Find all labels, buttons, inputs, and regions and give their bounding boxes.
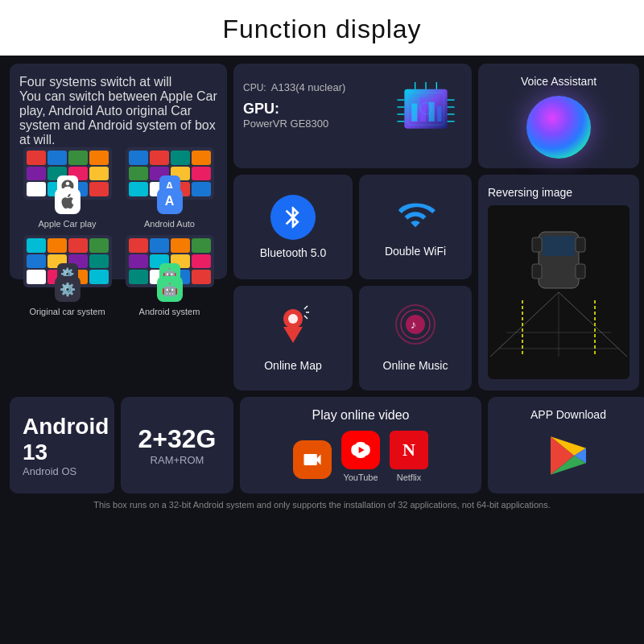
system-item-carplay: Apple Car play [19, 147, 115, 229]
cpu-cell: CPU: A133(4 nuclear) GPU: PowerVR GE8300 [233, 64, 472, 168]
gpu-label: GPU: [243, 101, 383, 118]
youtube-icon [341, 431, 380, 469]
voice-label: Voice Assistant [521, 75, 597, 88]
android-auto-label: Android Auto [144, 219, 195, 229]
video-title: Play online video [312, 408, 410, 423]
ram-cell: 2+32G RAM+ROM [121, 397, 233, 493]
svg-rect-26 [532, 237, 542, 252]
bottom-section: Android 13 Android OS 2+32G RAM+ROM Play… [0, 390, 644, 493]
carplay-badge [55, 188, 80, 214]
netflix-label: Netflix [397, 473, 422, 482]
svg-rect-14 [420, 97, 426, 121]
main-grid: Four systems switch at will You can swit… [0, 56, 644, 390]
system-item-android-auto: A A Android Auto [122, 147, 217, 229]
footer-note: This box runs on a 32-bit Android system… [0, 493, 644, 519]
car-system-badge: ⚙️ [55, 276, 80, 302]
svg-rect-27 [576, 237, 585, 252]
system-item-car-system: ⚙️ ⚙️ Original car system [19, 235, 115, 316]
svg-rect-16 [437, 106, 441, 122]
page-wrapper: Function display Four systems switch at … [0, 0, 644, 644]
wifi-cell: Double WiFi [359, 175, 472, 279]
gpu-model: PowerVR GE8300 [243, 118, 383, 130]
android-badge: 🤖 [157, 276, 183, 302]
video-app-netflix: N Netflix [390, 431, 428, 482]
svg-rect-15 [429, 102, 435, 122]
cpu-model: A133(4 nuclear) [271, 81, 346, 93]
music-label: Online Music [383, 359, 448, 372]
ram-subtitle: RAM+ROM [151, 454, 204, 466]
cam-icon [293, 440, 332, 479]
cpu-label: CPU: A133(4 nuclear) [243, 75, 383, 96]
android13-title: Android 13 [23, 414, 109, 465]
reversing-image [488, 205, 630, 379]
bluetooth-label: Bluetooth 5.0 [260, 246, 327, 259]
system-item-android: 🤖 🤖 Android system [122, 235, 217, 316]
svg-line-37 [304, 316, 308, 319]
svg-rect-28 [532, 264, 542, 279]
systems-cell: Four systems switch at will You can swit… [10, 64, 227, 279]
page-title: Function display [0, 0, 644, 56]
siri-ball-icon [526, 96, 591, 159]
map-icon [277, 304, 309, 353]
systems-desc: You can switch between Apple Car play, A… [19, 89, 217, 147]
svg-text:♪: ♪ [411, 318, 416, 331]
app-download-label: APP Download [530, 408, 606, 421]
svg-rect-13 [411, 104, 417, 122]
android13-cell: Android 13 Android OS [10, 397, 114, 493]
video-apps: YouTube N Netflix [293, 431, 428, 482]
android-label: Android system [139, 307, 200, 316]
wifi-icon [394, 196, 436, 238]
systems-icons: Apple Car play [19, 147, 217, 316]
bluetooth-icon [270, 195, 316, 240]
reversing-cell: Reversing image [478, 175, 639, 390]
svg-marker-34 [283, 327, 303, 343]
music-icon: ♪ [395, 304, 436, 353]
app-download-cell: APP Download [488, 397, 644, 493]
voice-cell: Voice Assistant [478, 64, 639, 168]
carplay-label: Apple Car play [38, 219, 96, 229]
map-cell: Online Map [233, 286, 353, 390]
video-app-cam [293, 440, 332, 482]
video-app-youtube: YouTube [341, 431, 380, 482]
bluetooth-cell: Bluetooth 5.0 [233, 175, 353, 279]
map-label: Online Map [264, 359, 322, 372]
netflix-icon: N [390, 431, 428, 469]
systems-title: Four systems switch at will [19, 75, 217, 89]
android-auto-badge: A [157, 188, 183, 214]
svg-line-35 [304, 306, 308, 309]
svg-rect-25 [543, 236, 575, 256]
play-store-icon [539, 429, 597, 482]
music-cell: ♪ Online Music [359, 286, 472, 390]
youtube-label: YouTube [343, 473, 378, 482]
wifi-label: Double WiFi [385, 245, 446, 258]
ram-title: 2+32G [138, 424, 217, 454]
cpu-text: CPU: A133(4 nuclear) GPU: PowerVR GE8300 [243, 75, 383, 130]
video-cell: Play online video [240, 397, 481, 493]
android13-subtitle: Android OS [23, 465, 76, 477]
reversing-label: Reversing image [488, 186, 630, 199]
svg-point-33 [288, 314, 298, 324]
car-system-label: Original car system [29, 307, 105, 316]
cpu-chip-icon [390, 75, 462, 139]
svg-rect-29 [576, 264, 585, 279]
